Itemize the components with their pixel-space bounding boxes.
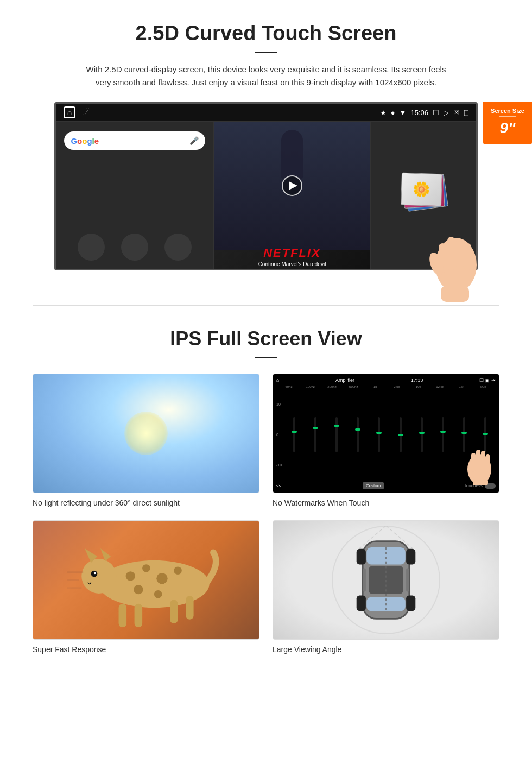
svg-rect-14 (441, 286, 469, 302)
netflix-info-area: NETFLIX Continue Marvel's Daredevil (214, 246, 370, 267)
section1-divider (255, 52, 277, 53)
amp-track-1 (293, 417, 295, 452)
feature-fast-response: Super Fast Response (33, 520, 259, 654)
cheetah-svg (56, 533, 237, 627)
section1-title: 2.5D Curved Touch Screen (33, 22, 499, 45)
amp-db-labels: 100-10 (276, 389, 282, 480)
section-curved-touch-screen: 2.5D Curved Touch Screen With 2.5D curve… (0, 0, 532, 289)
daredevil-silhouette (281, 130, 303, 179)
feature-img-sky (33, 374, 259, 493)
amp-title: Amplifier (335, 377, 354, 383)
amp-track-3 (335, 417, 338, 452)
svg-point-30 (156, 573, 167, 584)
amp-bar-3 (327, 416, 347, 454)
svg-point-22 (81, 559, 116, 594)
badge-size: 9" (487, 119, 528, 137)
amp-handle-7 (419, 432, 425, 434)
amp-bar-5 (369, 416, 389, 454)
svg-rect-11 (456, 239, 464, 270)
amp-bar-1 (284, 416, 304, 454)
sky-content (33, 374, 259, 493)
svg-rect-37 (186, 596, 194, 620)
device-mockup: ☄ ★ ● ▼ 15:06 ☐ ▷ ☒ ⎕ (54, 102, 478, 270)
mic-icon[interactable]: 🎤 (189, 136, 199, 145)
amp-bar-8 (433, 416, 453, 454)
amp-track-8 (442, 417, 444, 452)
section-ips-full-screen: IPS Full Screen View No light reflecting… (0, 322, 532, 676)
svg-rect-34 (118, 604, 126, 628)
feature-label-no-watermarks: No Watermarks When Touch (273, 499, 499, 507)
amp-track-5 (378, 417, 380, 452)
svg-rect-16 (471, 453, 476, 472)
location-icon: ● (391, 109, 395, 117)
amp-handle-9 (461, 432, 467, 434)
window-icon: ⎕ (464, 109, 468, 117)
google-search-bar[interactable]: Google 🎤 (64, 131, 205, 150)
badge-label: Screen Size (487, 108, 528, 114)
bluetooth-icon: ★ (380, 109, 387, 117)
section2-title: IPS Full Screen View (33, 327, 499, 350)
screen-size-badge: Screen Size 9" (483, 102, 532, 144)
svg-point-28 (125, 571, 135, 581)
amp-handle-10 (483, 433, 488, 435)
cheetah-content (33, 521, 259, 639)
section2-divider (255, 357, 277, 358)
amp-handle-2 (313, 427, 318, 429)
amp-handle-4 (355, 428, 360, 431)
feature-img-car (273, 520, 499, 640)
features-grid: No light reflecting under 360° direct su… (33, 374, 499, 654)
svg-point-29 (142, 564, 150, 572)
app-grid-row1: Google 🎤 (56, 121, 476, 270)
feature-label-no-light: No light reflecting under 360° direct su… (33, 499, 259, 507)
feature-img-cheetah (33, 520, 259, 640)
svg-rect-35 (134, 604, 142, 628)
amp-hand-icon (463, 437, 496, 485)
svg-rect-10 (447, 237, 455, 270)
feature-label-large-angle: Large Viewing Angle (273, 645, 499, 654)
bg-ghost-icons (78, 234, 192, 261)
amp-screen-content: ⌂ Amplifier 17:33 ☐ ▣ ⇥ 60hz 100hz 200hz… (273, 374, 499, 493)
netflix-app-cell[interactable]: NETFLIX Continue Marvel's Daredevil (213, 121, 371, 270)
sun-glow (124, 412, 168, 455)
amp-handle-5 (376, 432, 382, 434)
amp-bars-container (284, 389, 496, 480)
google-logo: Google (71, 136, 99, 146)
status-bar: ☄ ★ ● ▼ 15:06 ☐ ▷ ☒ ⎕ (56, 104, 476, 121)
close-icon: ☒ (453, 109, 460, 117)
feature-label-fast-response: Super Fast Response (33, 645, 259, 654)
amp-bar-2 (305, 416, 325, 454)
netflix-subtitle: Continue Marvel's Daredevil (214, 261, 370, 267)
svg-rect-20 (473, 478, 488, 485)
amp-track-6 (400, 417, 402, 452)
feature-img-amp: ⌂ Amplifier 17:33 ☐ ▣ ⇥ 60hz 100hz 200hz… (273, 374, 499, 493)
external-hand-svg (423, 194, 489, 303)
svg-point-32 (134, 585, 143, 594)
svg-rect-18 (481, 451, 485, 471)
status-bar-left: ☄ (64, 106, 90, 118)
usb-icon: ☄ (83, 108, 90, 117)
amp-track-7 (421, 417, 423, 452)
svg-rect-36 (170, 600, 178, 623)
feature-no-light: No light reflecting under 360° direct su… (33, 374, 259, 507)
amp-track-4 (357, 417, 359, 452)
custom-btn[interactable]: Custom (363, 482, 384, 489)
feature-no-watermarks: ⌂ Amplifier 17:33 ☐ ▣ ⇥ 60hz 100hz 200hz… (273, 374, 499, 507)
amp-handle-3 (334, 425, 339, 427)
amp-eq-area: 100-10 (276, 389, 496, 480)
home-icon[interactable] (64, 106, 75, 118)
car-content (273, 521, 499, 639)
google-app-cell[interactable]: Google 🎤 (56, 121, 213, 270)
amp-bar-6 (390, 416, 410, 454)
volume-icon: ▷ (444, 109, 449, 117)
section-divider (33, 305, 499, 306)
amp-bar-7 (411, 416, 432, 454)
amp-back-btn: << (276, 483, 281, 488)
amp-time: 17:33 (411, 377, 423, 383)
amp-handle-6 (398, 434, 403, 436)
netflix-figure-area (214, 122, 370, 250)
badge-divider (499, 116, 516, 117)
viewing-angle-circle (332, 526, 440, 634)
netflix-logo: NETFLIX (214, 246, 370, 260)
play-button[interactable] (282, 175, 302, 196)
amp-bar-4 (348, 416, 368, 454)
